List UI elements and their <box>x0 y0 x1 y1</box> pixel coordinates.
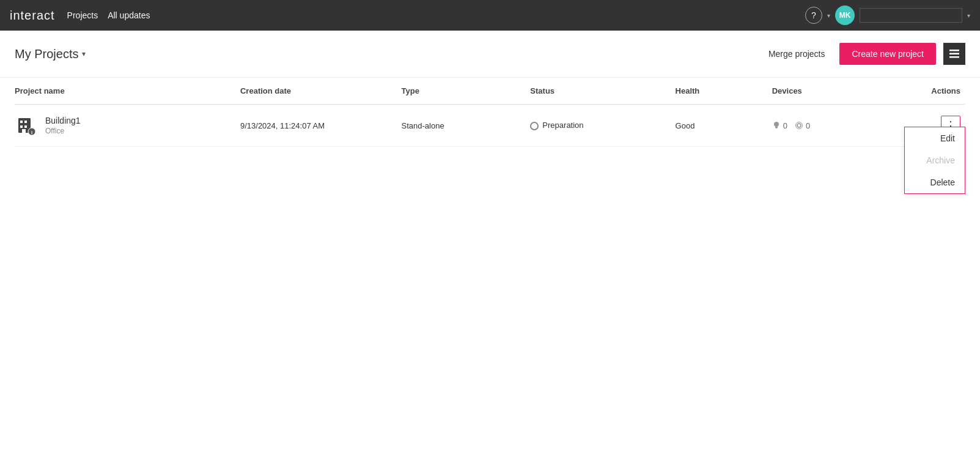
navbar-right: ? ▾ MK ▾ <box>805 6 970 25</box>
svg-rect-1 <box>949 53 959 55</box>
bulb-device-item: 0 <box>772 121 787 130</box>
table-container: Project name Creation date Type Status H… <box>0 78 980 147</box>
col-header-project-name: Project name <box>15 78 240 105</box>
status-cell: Preparation <box>530 105 675 147</box>
merge-projects-button[interactable]: Merge projects <box>761 44 833 64</box>
col-header-creation-date: Creation date <box>240 78 402 105</box>
projects-table: Project name Creation date Type Status H… <box>15 78 965 147</box>
col-header-status: Status <box>530 78 675 105</box>
svg-point-11 <box>774 122 779 127</box>
bulb-icon <box>772 121 781 130</box>
svg-rect-12 <box>775 127 778 128</box>
col-header-actions: Actions <box>901 78 965 105</box>
gear-device-item: 0 <box>795 121 810 130</box>
list-icon <box>949 50 959 58</box>
svg-point-14 <box>797 124 801 127</box>
type-cell: Stand-alone <box>402 105 531 147</box>
nav-all-updates[interactable]: All updates <box>108 10 150 20</box>
col-header-devices: Devices <box>772 78 901 105</box>
dropdown-item-archive: Archive <box>905 149 965 171</box>
table-header: Project name Creation date Type Status H… <box>15 78 965 105</box>
page-title-dropdown-arrow[interactable]: ▾ <box>82 50 86 58</box>
table-body: i Building1 Office 9/13/2024, 11:24:07 A… <box>15 105 965 147</box>
project-name-text: Building1 Office <box>45 116 81 135</box>
brand-logo: interact <box>10 9 55 23</box>
page-title: My Projects <box>15 47 78 61</box>
svg-rect-8 <box>22 129 26 133</box>
actions-dropdown-menu: EditArchiveDelete <box>904 127 965 194</box>
avatar: MK <box>835 6 855 25</box>
gear-icon <box>795 121 803 130</box>
svg-rect-5 <box>24 121 27 123</box>
user-name-input[interactable] <box>860 8 962 23</box>
help-dropdown-arrow[interactable]: ▾ <box>827 12 830 19</box>
header-actions: Merge projects Create new project <box>761 43 965 65</box>
device-count: 0 0 <box>772 121 896 130</box>
list-view-button[interactable] <box>943 43 965 65</box>
project-icon: i <box>15 113 39 138</box>
svg-text:i: i <box>31 130 32 135</box>
user-dropdown-arrow[interactable]: ▾ <box>967 12 970 19</box>
gear-count: 0 <box>806 121 810 130</box>
create-new-project-button[interactable]: Create new project <box>839 43 936 65</box>
help-button[interactable]: ? <box>805 7 822 24</box>
nav-projects[interactable]: Projects <box>67 10 98 20</box>
devices-cell: 0 0 <box>772 105 901 147</box>
bulb-count: 0 <box>783 121 787 130</box>
svg-rect-4 <box>20 121 23 123</box>
svg-rect-2 <box>949 56 959 58</box>
col-header-type: Type <box>402 78 531 105</box>
svg-rect-6 <box>20 125 23 128</box>
navbar: interact Projects All updates ? ▾ MK ▾ <box>0 0 980 31</box>
svg-rect-7 <box>24 125 27 128</box>
page-header: My Projects ▾ Merge projects Create new … <box>0 31 980 78</box>
table-row: i Building1 Office 9/13/2024, 11:24:07 A… <box>15 105 965 147</box>
creation-date-cell: 9/13/2024, 11:24:07 AM <box>240 105 402 147</box>
health-cell: Good <box>676 105 772 147</box>
project-name-cell: i Building1 Office <box>15 113 235 138</box>
svg-point-15 <box>795 122 802 129</box>
page-title-wrap: My Projects ▾ <box>15 47 86 61</box>
svg-rect-0 <box>949 50 959 51</box>
actions-cell: ⋮ EditArchiveDelete <box>901 105 965 147</box>
dropdown-item-delete[interactable]: Delete <box>905 171 965 193</box>
col-header-health: Health <box>676 78 772 105</box>
dropdown-item-edit[interactable]: Edit <box>905 127 965 149</box>
status-circle-icon <box>530 122 539 130</box>
main-content: My Projects ▾ Merge projects Create new … <box>0 31 980 451</box>
svg-rect-13 <box>776 128 777 129</box>
